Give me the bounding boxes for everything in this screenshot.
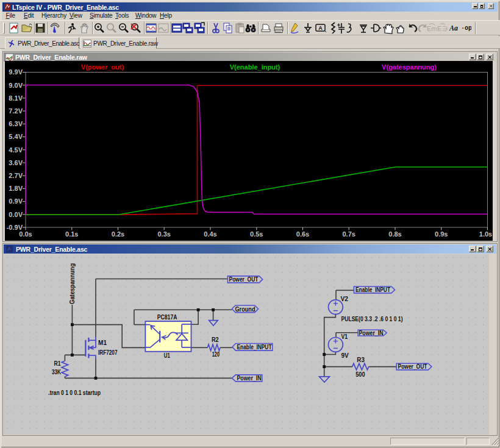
svg-text:PC817A: PC817A [157,313,177,321]
svg-text:0.7s: 0.7s [342,230,355,238]
svg-text:0.9s: 0.9s [435,230,448,238]
svg-text:0.4s: 0.4s [204,230,216,238]
svg-text:0.5s: 0.5s [250,230,263,238]
svg-text:0.2s: 0.2s [112,230,124,238]
svg-text:4.5V: 4.5V [9,146,23,154]
svg-text:2.7V: 2.7V [9,172,23,179]
svg-text:5.4V: 5.4V [9,133,23,140]
svg-text:IRF7207: IRF7207 [98,349,118,356]
svg-text:V(gatespannung): V(gatespannung) [382,63,437,71]
svg-text:120: 120 [212,350,220,358]
svg-text:PULSE(0 3.3 .2 .6 0 1 0 1): PULSE(0 3.3 .2 .6 0 1 0 1) [341,315,403,322]
svg-text:33K: 33K [52,368,61,375]
svg-text:9.9V: 9.9V [9,68,23,76]
svg-text:Em: Em [427,25,437,32]
svg-text:V1: V1 [341,333,348,340]
svg-text:V(power_out): V(power_out) [81,63,124,71]
svg-text:M1: M1 [98,339,107,346]
svg-text:500: 500 [355,371,365,378]
svg-text:R2: R2 [212,336,219,343]
svg-text:V2: V2 [341,295,349,302]
svg-text:9V: 9V [341,352,349,359]
svg-text:3.6V: 3.6V [9,159,23,166]
svg-text:0.0V: 0.0V [9,211,23,218]
svg-text:7.2V: 7.2V [9,107,23,115]
svg-text:·op: ·op [461,25,471,32]
svg-text:0.0s: 0.0s [19,230,32,238]
svg-text:-0.9V: -0.9V [7,224,23,231]
svg-text:R1: R1 [54,360,61,367]
svg-text:1.0s: 1.0s [479,230,492,238]
svg-text:V(enable_input): V(enable_input) [230,63,280,71]
svg-text:∋: ∋ [442,25,448,32]
svg-text:Power_IN: Power_IN [359,329,384,336]
svg-text:Aa: Aa [449,24,458,32]
svg-text:Enable_INPUT: Enable_INPUT [355,286,390,293]
svg-text:0.9V: 0.9V [9,197,23,205]
svg-text:0.3s: 0.3s [157,230,170,238]
svg-text:9.0V: 9.0V [9,82,23,89]
svg-text:E: E [437,25,441,32]
svg-text:.tran 0 1 0 0.1 startup: .tran 0 1 0 0.1 startup [48,389,101,396]
svg-text:0.8s: 0.8s [388,230,401,238]
svg-text:8.1V: 8.1V [9,94,23,102]
svg-text:6.3V: 6.3V [9,120,23,127]
svg-text:R3: R3 [357,356,365,363]
svg-text:Gatespannung: Gatespannung [68,263,76,304]
svg-text:A: A [318,25,323,31]
svg-text:Enable_INPUT: Enable_INPUT [237,343,272,350]
svg-text:Power_OUT: Power_OUT [229,276,259,283]
svg-text:U1: U1 [164,352,170,359]
svg-text:1.8V: 1.8V [9,185,23,192]
svg-text:Power_IN: Power_IN [237,374,262,382]
svg-text:0.6s: 0.6s [296,230,309,238]
svg-text:Ground: Ground [235,305,255,313]
svg-text:Power_OUT: Power_OUT [398,363,427,370]
svg-text:0.1s: 0.1s [65,230,78,238]
